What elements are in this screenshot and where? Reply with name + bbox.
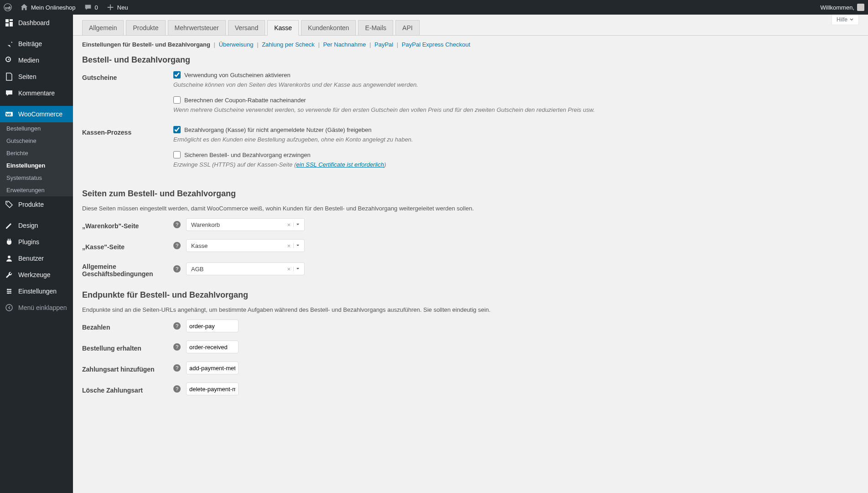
submenu-status[interactable]: Systemstatus: [0, 172, 73, 184]
tab-api[interactable]: API: [395, 20, 420, 35]
pay-endpoint-input[interactable]: [186, 320, 239, 332]
cart-page-label: „Warenkorb"-Seite: [82, 220, 173, 230]
menu-label: Seiten: [18, 73, 36, 80]
calc-sequential-checkbox[interactable]: [173, 96, 181, 104]
pay-endpoint-label: Bezahlen: [82, 321, 173, 331]
enable-coupons-checkbox[interactable]: [173, 71, 181, 79]
checkout-page-label: „Kasse"-Seite: [82, 241, 173, 251]
menu-label: Design: [18, 222, 38, 229]
sidebar-item-users[interactable]: Benutzer: [0, 250, 73, 267]
help-icon[interactable]: ?: [173, 322, 181, 330]
section3-heading: Endpunkte für Bestell- und Bezahlvorgang: [82, 290, 859, 300]
cart-page-select[interactable]: Warenkorb ×: [186, 218, 305, 231]
menu-label: Medien: [18, 57, 39, 64]
help-icon[interactable]: ?: [173, 364, 181, 372]
sidebar-item-tools[interactable]: Werkzeuge: [0, 267, 73, 283]
checkout-page-value: Kasse: [189, 242, 284, 249]
enable-coupons-label[interactable]: Verwendung von Gutscheinen aktivieren: [184, 72, 291, 79]
submenu-reports[interactable]: Berichte: [0, 147, 73, 159]
clear-icon[interactable]: ×: [284, 221, 293, 228]
tab-accounts[interactable]: Kundenkonten: [301, 20, 356, 35]
sidebar-item-comments[interactable]: Kommentare: [0, 85, 73, 101]
sublink-bacs[interactable]: Überweisung: [219, 41, 254, 48]
comments-icon: [5, 89, 14, 98]
admin-bar-right: Willkommen,: [821, 4, 864, 11]
collapse-icon: [5, 303, 14, 312]
sublink-paypal[interactable]: PayPal: [374, 41, 393, 48]
force-ssl-label[interactable]: Sicheren Bestell- und Bezahlvorgang erzw…: [184, 152, 311, 158]
tab-tax[interactable]: Mehrwertsteuer: [168, 20, 226, 35]
sidebar-item-posts[interactable]: Beiträge: [0, 36, 73, 52]
ssl-link[interactable]: ein SSL Certificate ist erforderlich: [296, 161, 384, 168]
svg-point-3: [7, 202, 8, 203]
terms-page-value: AGB: [189, 266, 284, 273]
comments-link[interactable]: 0: [84, 3, 98, 11]
tools-icon: [5, 270, 14, 279]
submenu-orders[interactable]: Bestellungen: [0, 122, 73, 135]
delete-payment-endpoint-input[interactable]: [186, 383, 239, 395]
received-endpoint-input[interactable]: [186, 341, 239, 353]
sublink-paypal-express[interactable]: PayPal Express Checkout: [402, 41, 470, 48]
chevron-down-icon[interactable]: [293, 267, 301, 271]
pages-icon: [5, 72, 14, 81]
menu-label: Benutzer: [18, 255, 44, 262]
help-tab-label: Hilfe: [837, 16, 847, 23]
sidebar-item-pages[interactable]: Seiten: [0, 68, 73, 85]
guest-checkout-label[interactable]: Bezahlvorgang (Kasse) für nicht angemeld…: [184, 126, 371, 133]
calc-sequential-label[interactable]: Berechnen der Coupon-Rabatte nacheinande…: [184, 97, 306, 104]
tab-emails[interactable]: E-Mails: [358, 20, 393, 35]
help-tab[interactable]: Hilfe: [832, 15, 859, 25]
new-content-link[interactable]: Neu: [106, 3, 128, 11]
add-payment-endpoint-input[interactable]: [186, 362, 239, 374]
sidebar-item-plugins[interactable]: Plugins: [0, 234, 73, 250]
admin-sidebar: Dashboard Beiträge Medien Seiten Komment…: [0, 15, 73, 406]
appearance-icon: [5, 221, 14, 230]
delete-payment-endpoint-label: Lösche Zahlungsart: [82, 384, 173, 394]
wp-logo[interactable]: [4, 3, 12, 11]
sidebar-item-settings[interactable]: Einstellungen: [0, 283, 73, 299]
submenu-settings[interactable]: Einstellungen: [0, 159, 73, 172]
sublink-cheque[interactable]: Zahlung per Scheck: [262, 41, 315, 48]
clear-icon[interactable]: ×: [284, 242, 293, 249]
sidebar-item-dashboard[interactable]: Dashboard: [0, 15, 73, 31]
site-name-link[interactable]: Mein Onlineshop: [20, 3, 76, 11]
products-icon: [5, 200, 14, 209]
sidebar-item-appearance[interactable]: Design: [0, 217, 73, 234]
section2-heading: Seiten zum Bestell- und Bezahlvorgang: [82, 189, 859, 199]
help-icon[interactable]: ?: [173, 265, 181, 273]
chevron-down-icon[interactable]: [293, 243, 301, 248]
admin-bar-left: Mein Onlineshop 0 Neu: [4, 3, 128, 11]
section3-desc: Endpunkte sind an die Seiten-URLs angehä…: [82, 306, 859, 313]
checkout-page-select[interactable]: Kasse ×: [186, 239, 305, 252]
menu-label: Beiträge: [18, 40, 42, 47]
tab-checkout[interactable]: Kasse: [267, 20, 299, 36]
avatar: [857, 4, 864, 11]
tab-general[interactable]: Allgemein: [82, 20, 124, 35]
help-icon[interactable]: ?: [173, 242, 181, 249]
guest-checkout-checkbox[interactable]: [173, 126, 181, 133]
submenu-coupons[interactable]: Gutscheine: [0, 135, 73, 147]
svg-point-4: [8, 256, 10, 258]
clear-icon[interactable]: ×: [284, 266, 293, 273]
cart-page-value: Warenkorb: [189, 221, 284, 228]
welcome-link[interactable]: Willkommen,: [821, 4, 864, 11]
help-icon[interactable]: ?: [173, 221, 181, 228]
menu-label: Werkzeuge: [18, 271, 51, 278]
comment-icon: [84, 3, 92, 11]
sidebar-collapse[interactable]: Menü einklappen: [0, 299, 73, 316]
terms-page-select[interactable]: AGB ×: [186, 262, 305, 275]
sublink-cod[interactable]: Per Nachnahme: [323, 41, 366, 48]
sidebar-item-woocommerce[interactable]: WooCommerce: [0, 106, 73, 122]
help-icon[interactable]: ?: [173, 385, 181, 393]
tab-shipping[interactable]: Versand: [228, 20, 265, 35]
sidebar-item-products[interactable]: Produkte: [0, 196, 73, 213]
menu-label: Plugins: [18, 238, 39, 246]
menu-label: Dashboard: [18, 19, 50, 26]
force-ssl-checkbox[interactable]: [173, 151, 181, 158]
chevron-down-icon[interactable]: [293, 222, 301, 227]
sidebar-item-media[interactable]: Medien: [0, 52, 73, 68]
submenu-extensions[interactable]: Erweiterungen: [0, 184, 73, 196]
tab-products[interactable]: Produkte: [126, 20, 165, 35]
svg-point-6: [10, 291, 11, 292]
help-icon[interactable]: ?: [173, 343, 181, 351]
